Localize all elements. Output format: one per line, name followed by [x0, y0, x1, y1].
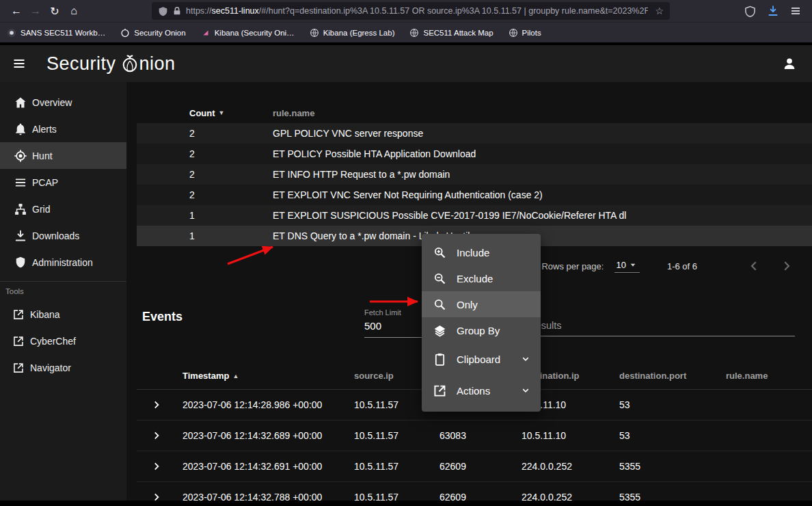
reload-button[interactable]: ↻ — [45, 2, 64, 20]
tools-section-label: Tools — [0, 282, 126, 301]
group-row-rule[interactable]: ET INFO HTTP Request to a *.pw domain — [273, 169, 812, 180]
event-row[interactable]: 2023-07-06 12:14:32.691 +00:00 10.5.11.5… — [137, 451, 812, 482]
group-row[interactable]: 2 ET POLICY Possible HTA Application Dow… — [137, 144, 812, 164]
rulename-column-header[interactable]: rule.name — [273, 108, 812, 118]
fetch-limit-select[interactable]: Fetch Limit 500 — [364, 308, 424, 338]
rows-per-page-select[interactable]: 10 — [614, 259, 639, 273]
chevron-down-icon[interactable] — [519, 353, 532, 365]
menu-item-actions[interactable]: Actions — [422, 375, 541, 406]
sidebar-item-kibana[interactable]: Kibana — [0, 301, 126, 328]
next-page-button[interactable] — [779, 258, 794, 274]
event-destination-port[interactable]: 53 — [619, 430, 726, 441]
expand-row-button[interactable] — [137, 429, 182, 442]
user-account-icon[interactable] — [782, 56, 802, 71]
menu-item-clipboard[interactable]: Clipboard — [422, 343, 541, 375]
sidebar-item-overview[interactable]: Overview — [0, 89, 126, 116]
lock-icon[interactable] — [172, 6, 182, 16]
event-source-port[interactable]: 62609 — [439, 492, 522, 501]
sidebar-item-label: PCAP — [32, 177, 58, 188]
globe-icon — [409, 28, 419, 38]
bookmark-favicon — [7, 28, 16, 38]
event-destination-port[interactable]: 5355 — [619, 492, 726, 501]
group-row[interactable]: 2 ET INFO HTTP Request to a *.pw domain — [137, 164, 812, 185]
sidebar-item-downloads[interactable]: Downloads — [0, 222, 126, 249]
group-table-header: Count ▼ rule.name — [137, 103, 812, 123]
downloads-icon[interactable] — [767, 5, 779, 17]
group-row-rule[interactable]: ET EXPLOIT SUSPICIOUS Possible CVE-2017-… — [273, 210, 812, 221]
event-timestamp[interactable]: 2023-07-06 12:14:32.691 +00:00 — [182, 461, 354, 472]
bookmark-sans-workbook[interactable]: SANS SEC511 Workb… — [7, 28, 105, 38]
extension-shield-icon[interactable] — [744, 5, 756, 17]
group-row[interactable]: 2 ET EXPLOIT VNC Server Not Requiring Au… — [137, 185, 812, 205]
magnify-minus-icon — [433, 271, 447, 286]
sidebar-item-label: Hunt — [32, 150, 53, 161]
count-column-header[interactable]: Count ▼ — [137, 108, 273, 118]
menu-item-only[interactable]: Only — [422, 291, 541, 317]
bookmark-kibana-securityonion[interactable]: Kibana (Security Oni… — [201, 28, 295, 38]
tracking-shield-icon[interactable] — [158, 6, 168, 16]
event-destination-ip[interactable]: 224.0.0.252 — [522, 492, 619, 501]
rows-per-page-value: 10 — [616, 260, 625, 270]
event-row[interactable]: 2023-07-06 12:14:32.788 +00:00 10.5.11.5… — [137, 482, 812, 501]
timestamp-column-header[interactable]: Timestamp ▲ — [182, 371, 354, 381]
event-row[interactable]: 2023-07-06 12:14:32.689 +00:00 10.5.11.5… — [137, 421, 812, 451]
menu-item-exclude[interactable]: Exclude — [422, 265, 541, 291]
home-icon — [14, 96, 27, 109]
bookmark-security-onion[interactable]: Security Onion — [120, 28, 185, 38]
sidebar-item-alerts[interactable]: Alerts — [0, 116, 126, 142]
sidebar-item-administration[interactable]: Administration — [0, 249, 126, 276]
sidebar-item-hunt[interactable]: Hunt — [0, 142, 126, 169]
event-source-ip[interactable]: 10.5.11.57 — [354, 492, 439, 501]
app-menu-icon[interactable] — [790, 5, 801, 16]
url-path: /#/hunt?q=destination.ip%3A 10.5.11.57 O… — [259, 6, 649, 16]
sidebar-item-navigator[interactable]: Navigator — [0, 354, 126, 381]
browser-toolbar: ← → ↻ ⌂ https://sec511-linux/#/hunt?q=de… — [0, 0, 812, 22]
expand-row-button[interactable] — [137, 460, 182, 472]
home-button[interactable]: ⌂ — [64, 2, 83, 20]
sidebar-toggle-icon[interactable] — [10, 54, 29, 73]
event-destination-ip[interactable]: 10.5.11.10 — [522, 430, 619, 441]
magnify-plus-icon — [433, 245, 447, 260]
rulename-column-header[interactable]: rule.name — [726, 371, 812, 381]
sidebar-item-label: Alerts — [32, 124, 57, 135]
event-source-ip[interactable]: 10.5.11.57 — [354, 461, 439, 472]
sidebar-item-pcap[interactable]: PCAP — [0, 169, 126, 196]
menu-item-include[interactable]: Include — [422, 239, 541, 265]
event-timestamp[interactable]: 2023-07-06 12:14:28.986 +00:00 — [182, 399, 354, 410]
onion-logo-icon — [121, 54, 139, 73]
sidebar-item-cyberchef[interactable]: CyberChef — [0, 328, 126, 354]
group-row[interactable]: 2 GPL POLICY VNC server response — [137, 123, 812, 144]
event-destination-port[interactable]: 53 — [619, 399, 726, 410]
event-timestamp[interactable]: 2023-07-06 12:14:32.788 +00:00 — [182, 492, 354, 501]
bookmark-label: SEC511 Attack Map — [423, 29, 493, 37]
event-source-port[interactable]: 62609 — [439, 461, 522, 472]
bookmark-star-icon[interactable]: ☆ — [655, 5, 664, 16]
expand-row-button[interactable] — [137, 399, 182, 411]
event-source-port[interactable]: 63083 — [439, 430, 522, 441]
event-source-ip[interactable]: 10.5.11.57 — [354, 430, 439, 441]
url-bar[interactable]: https://sec511-linux/#/hunt?q=destinatio… — [152, 2, 670, 20]
expand-row-button[interactable] — [137, 491, 182, 501]
bookmark-pilots[interactable]: Pilots — [509, 28, 541, 38]
toolbar-right — [744, 5, 805, 17]
event-timestamp[interactable]: 2023-07-06 12:14:32.689 +00:00 — [182, 430, 354, 441]
group-row-rule[interactable]: ET DNS Query to a *.pw domain - Likely H… — [273, 230, 812, 241]
group-row-rule[interactable]: GPL POLICY VNC server response — [273, 128, 812, 139]
crosshairs-icon — [14, 149, 27, 163]
count-header-label: Count — [189, 108, 215, 118]
bookmark-attack-map[interactable]: SEC511 Attack Map — [409, 28, 493, 38]
group-row[interactable]: 1 ET EXPLOIT SUSPICIOUS Possible CVE-201… — [137, 205, 812, 226]
group-row-rule[interactable]: ET EXPLOIT VNC Server Not Requiring Auth… — [273, 189, 812, 200]
destinationport-column-header[interactable]: destination.port — [619, 371, 726, 381]
url-host: sec511-linux — [212, 6, 259, 16]
forward-button[interactable]: → — [26, 2, 45, 20]
group-row-rule[interactable]: ET POLICY Possible HTA Application Downl… — [273, 148, 812, 159]
back-button[interactable]: ← — [7, 2, 26, 20]
chevron-down-icon[interactable] — [519, 384, 532, 397]
bookmark-kibana-egress[interactable]: Kibana (Egress Lab) — [310, 28, 395, 38]
event-destination-port[interactable]: 5355 — [619, 461, 726, 472]
previous-page-button[interactable] — [746, 258, 761, 274]
sidebar-item-grid[interactable]: Grid — [0, 196, 126, 222]
event-destination-ip[interactable]: 224.0.0.252 — [522, 461, 619, 472]
menu-item-groupby[interactable]: Group By — [422, 317, 541, 343]
